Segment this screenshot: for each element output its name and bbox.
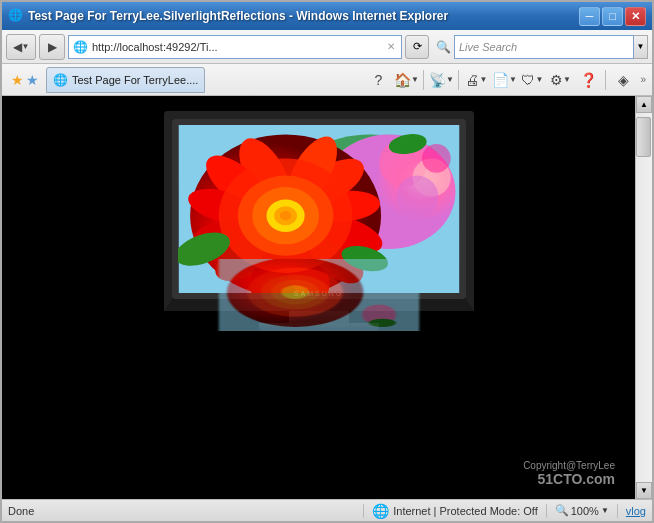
toolbar-right-buttons: ? 🏠 ▼ 📡 ▼ 🖨 ▼ 📄 ▼ 🛡 ▼ [365, 67, 648, 93]
zone-icon: 🌐 [372, 503, 389, 519]
svg-point-22 [279, 210, 290, 220]
zoom-dropdown-icon: ▼ [601, 506, 609, 515]
question-button[interactable]: ? [365, 67, 391, 93]
search-dropdown-icon: ▼ [637, 42, 645, 51]
home-button[interactable]: 🏠 ▼ [393, 67, 419, 93]
forward-icon: ▶ [48, 40, 57, 54]
search-placeholder: Live Search [459, 41, 629, 53]
address-text: http://localhost:49292/Ti... [92, 41, 381, 53]
rss-dropdown-icon: ▼ [446, 75, 454, 84]
page-icon: 📄 [492, 72, 509, 88]
more-tools-button[interactable]: » [638, 74, 648, 85]
tools-dropdown-icon: ▼ [563, 75, 571, 84]
safety-button[interactable]: 🛡 ▼ [519, 67, 545, 93]
copyright-text: Copyright@TerryLee [523, 460, 615, 471]
search-dropdown-button[interactable]: ▼ [634, 35, 648, 59]
window-title: Test Page For TerryLee.SilverlightReflec… [28, 9, 575, 23]
home-icon: 🏠 [394, 72, 411, 88]
maximize-button[interactable]: □ [602, 7, 623, 26]
zone-text: Internet | Protected Mode: Off [393, 505, 538, 517]
scroll-up-icon: ▲ [640, 100, 648, 109]
monitor-reflection [164, 259, 474, 331]
tab-title: Test Page For TerryLee.... [72, 74, 198, 86]
toolbar-separator3 [605, 70, 606, 90]
rss-button[interactable]: 📡 ▼ [428, 67, 454, 93]
address-bar: ◀ ▼ ▶ 🌐 http://localhost:49292/Ti... ✕ ⟳… [2, 30, 652, 64]
code-button[interactable]: ◈ [610, 67, 636, 93]
scroll-down-icon: ▼ [640, 486, 648, 495]
page-favicon: 🌐 [73, 40, 88, 54]
home-dropdown-icon: ▼ [411, 75, 419, 84]
close-button[interactable]: ✕ [625, 7, 646, 26]
favorites-star2-icon: ★ [26, 72, 39, 88]
back-dropdown-icon: ▼ [22, 42, 30, 51]
page-button[interactable]: 📄 ▼ [491, 67, 517, 93]
tools-icon: ⚙ [550, 72, 563, 88]
zoom-icon: 🔍 [555, 504, 569, 517]
browser-window: 🌐 Test Page For TerryLee.SilverlightRefl… [0, 0, 654, 523]
vertical-scrollbar[interactable]: ▲ ▼ [635, 96, 652, 499]
back-button[interactable]: ◀ ▼ [6, 34, 36, 60]
refresh-icon: ⟳ [413, 40, 422, 53]
favorites-button[interactable]: ★ ★ [6, 67, 44, 93]
watermark-text: 51CTO.com [523, 471, 615, 487]
content-area: SAMSUNG [2, 96, 652, 499]
stop-loading-button[interactable]: ✕ [385, 41, 397, 52]
status-divider2 [546, 504, 547, 518]
title-bar: 🌐 Test Page For TerryLee.SilverlightRefl… [2, 2, 652, 30]
zone-indicator: 🌐 Internet | Protected Mode: Off [372, 503, 538, 519]
print-button[interactable]: 🖨 ▼ [463, 67, 489, 93]
toolbar: ★ ★ 🌐 Test Page For TerryLee.... ? 🏠 ▼ 📡… [2, 64, 652, 96]
svg-point-27 [396, 175, 438, 217]
question-icon: ? [375, 72, 383, 88]
zoom-text: 100% [571, 505, 599, 517]
forward-button[interactable]: ▶ [39, 34, 65, 60]
help-button[interactable]: ❓ [575, 67, 601, 93]
vlog-link[interactable]: vlog [626, 505, 646, 517]
tab-bar: 🌐 Test Page For TerryLee.... [46, 67, 363, 93]
rss-icon: 📡 [429, 72, 446, 88]
scroll-up-button[interactable]: ▲ [636, 96, 652, 113]
scroll-track[interactable] [636, 113, 652, 482]
search-live-icon: 🔍 [436, 40, 451, 54]
back-icon: ◀ [13, 40, 22, 54]
search-input-box[interactable]: Live Search [454, 35, 634, 59]
tab-favicon: 🌐 [53, 73, 68, 87]
print-dropdown-icon: ▼ [479, 75, 487, 84]
refresh-button[interactable]: ⟳ [405, 35, 429, 59]
safety-icon: 🛡 [521, 72, 535, 88]
scroll-thumb[interactable] [636, 117, 651, 157]
status-divider1 [363, 504, 364, 518]
code-icon: ◈ [618, 72, 629, 88]
zoom-control[interactable]: 🔍 100% ▼ [555, 504, 609, 517]
window-controls: ─ □ ✕ [579, 7, 646, 26]
monitor-display: SAMSUNG [159, 111, 479, 451]
status-bar: Done 🌐 Internet | Protected Mode: Off 🔍 … [2, 499, 652, 521]
status-divider3 [617, 504, 618, 518]
status-text: Done [8, 505, 355, 517]
browser-icon: 🌐 [8, 8, 24, 24]
browser-tab[interactable]: 🌐 Test Page For TerryLee.... [46, 67, 205, 93]
page-dropdown-icon: ▼ [509, 75, 517, 84]
tools-button[interactable]: ⚙ ▼ [547, 67, 573, 93]
address-input-box[interactable]: 🌐 http://localhost:49292/Ti... ✕ [68, 35, 402, 59]
favorites-star-icon: ★ [11, 72, 24, 88]
safety-dropdown-icon: ▼ [535, 75, 543, 84]
copyright-area: Copyright@TerryLee 51CTO.com [523, 460, 615, 487]
toolbar-separator [423, 70, 424, 90]
print-icon: 🖨 [465, 72, 479, 88]
minimize-button[interactable]: ─ [579, 7, 600, 26]
scroll-down-button[interactable]: ▼ [636, 482, 652, 499]
help-icon: ❓ [580, 72, 597, 88]
browser-viewport[interactable]: SAMSUNG [2, 96, 635, 499]
svg-point-28 [422, 144, 451, 173]
toolbar-separator2 [458, 70, 459, 90]
